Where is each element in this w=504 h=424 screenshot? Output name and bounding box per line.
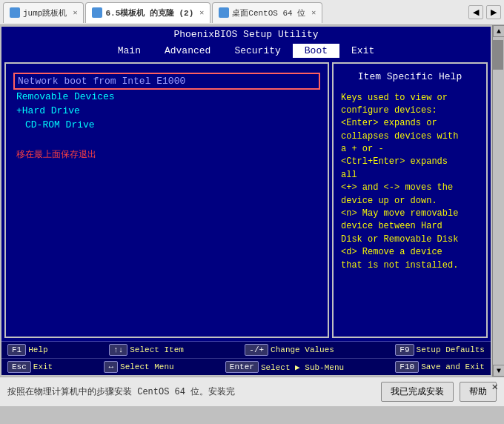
leftright-key: ↔ [104, 361, 118, 373]
item-specific-help-panel: Item Specific Help Keys used to view or … [332, 62, 488, 338]
menu-boot[interactable]: Boot [293, 44, 339, 58]
bios-scrollbar[interactable]: ▲ ▼ [492, 25, 504, 377]
footer-plusminus: -/+ Change Values [245, 344, 334, 356]
tab-jump[interactable]: jump跳板机 ✕ [3, 2, 84, 23]
bios-content: Network boot from Intel E1000 Removable … [1, 59, 491, 341]
footer-updown: ↑↓ Select Item [109, 344, 184, 356]
clone-tab-icon [92, 7, 102, 18]
jump-tab-label: jump跳板机 [23, 7, 67, 19]
esc-desc: Exit [33, 362, 53, 371]
clone-tab-label: 6.5模板机 的克隆 (2) [105, 7, 193, 19]
boot-item-removable[interactable]: Removable Devices [13, 90, 320, 104]
footer-f10: F10 Save and Exit [395, 361, 485, 373]
boot-item-cdrom[interactable]: CD-ROM Drive [13, 118, 320, 132]
tab-desktop[interactable]: 桌面CentOS 64 位 ✕ [212, 2, 322, 23]
help-text: Keys used to view or configure devices: … [341, 92, 479, 272]
f10-desc: Save and Exit [421, 362, 485, 371]
f9-key: F9 [395, 344, 414, 356]
menu-main[interactable]: Main [106, 44, 153, 58]
plusminus-key: -/+ [245, 344, 268, 356]
leftright-desc: Select Menu [120, 362, 174, 371]
tabs-bar: jump跳板机 ✕ 6.5模板机 的克隆 (2) ✕ 桌面CentOS 64 位… [0, 0, 504, 25]
bottom-bar: 按照在物理计算机中的步骤安装 CentOS 64 位。安装完 我已完成安装 帮助… [0, 377, 504, 406]
scroll-thumb[interactable] [493, 40, 503, 70]
f1-key: F1 [7, 344, 26, 356]
tab-prev-button[interactable]: ◀ [468, 5, 483, 19]
bottom-buttons-area: 我已完成安装 帮助 [381, 382, 497, 402]
footer-leftright: ↔ Select Menu [104, 361, 173, 373]
footer-f1: F1 Help [7, 344, 48, 356]
desktop-tab-close[interactable]: ✕ [311, 8, 316, 17]
menu-advanced[interactable]: Advanced [153, 44, 222, 58]
bios-window: PhoenixBIOS Setup Utility Main Advanced … [0, 25, 492, 377]
boot-item-network[interactable]: Network boot from Intel E1000 [13, 73, 320, 90]
bios-note: 移在最上面保存退出 [13, 147, 320, 162]
help-title: Item Specific Help [341, 70, 479, 85]
menu-exit[interactable]: Exit [339, 44, 386, 58]
bios-title: PhoenixBIOS Setup Utility [1, 27, 491, 42]
updown-key: ↑↓ [109, 344, 127, 356]
updown-desc: Select Item [130, 345, 184, 354]
scroll-down-arrow[interactable]: ▼ [493, 365, 504, 377]
bios-menu-bar: Main Advanced Security Boot Exit [1, 42, 491, 59]
footer-f9: F9 Setup Defaults [395, 344, 485, 356]
window-close-button[interactable]: ✕ [492, 380, 498, 393]
plusminus-desc: Change Values [271, 345, 334, 354]
bios-outer: PhoenixBIOS Setup Utility Main Advanced … [0, 25, 504, 377]
footer-esc: Esc Exit [7, 361, 53, 373]
complete-install-button[interactable]: 我已完成安装 [381, 382, 454, 402]
clone-tab-close[interactable]: ✕ [199, 8, 204, 17]
bottom-instruction-text: 按照在物理计算机中的步骤安装 CentOS 64 位。安装完 [7, 385, 235, 398]
f9-desc: Setup Defaults [417, 345, 485, 354]
menu-security[interactable]: Security [222, 44, 292, 58]
footer-enter: Enter Select ▶ Sub-Menu [225, 361, 344, 373]
esc-key: Esc [7, 361, 31, 373]
desktop-tab-label: 桌面CentOS 64 位 [232, 7, 305, 19]
boot-item-harddrive[interactable]: +Hard Drive [13, 104, 320, 118]
jump-tab-icon [10, 7, 20, 18]
enter-desc: Select ▶ Sub-Menu [261, 362, 344, 372]
boot-order-panel: Network boot from Intel E1000 Removable … [4, 62, 329, 338]
f10-key: F10 [395, 361, 419, 373]
footer-row1: F1 Help ↑↓ Select Item -/+ Change Values… [1, 341, 491, 358]
desktop-tab-icon [219, 7, 229, 18]
tab-navigation: ◀ ▶ [468, 5, 501, 19]
jump-tab-close[interactable]: ✕ [73, 8, 77, 17]
tab-clone[interactable]: 6.5模板机 的克隆 (2) ✕ [85, 2, 210, 23]
footer-row2: Esc Exit ↔ Select Menu Enter Select ▶ Su… [1, 358, 491, 375]
scroll-up-arrow[interactable]: ▲ [493, 25, 504, 37]
f1-desc: Help [28, 345, 47, 354]
help-button[interactable]: 帮助 [460, 382, 497, 402]
tab-next-button[interactable]: ▶ [486, 5, 501, 19]
enter-key: Enter [225, 361, 259, 373]
